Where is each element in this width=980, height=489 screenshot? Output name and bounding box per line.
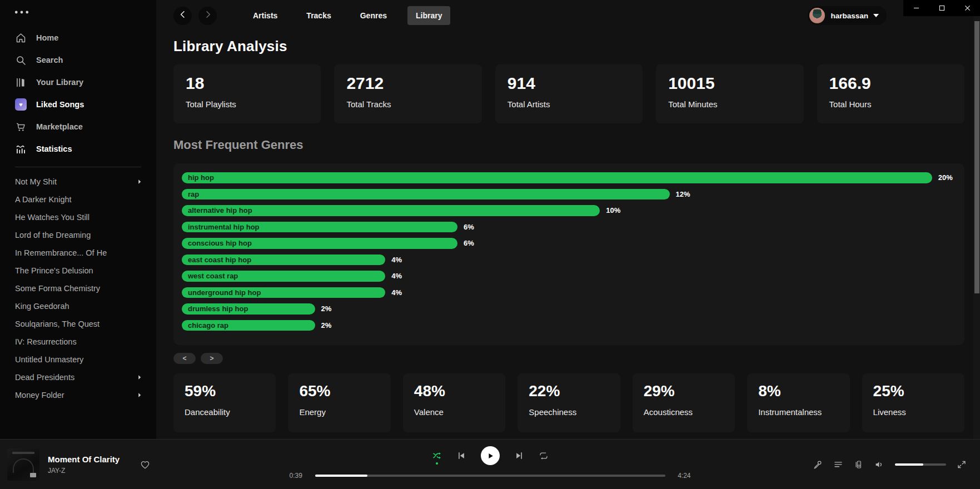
- tab[interactable]: Tracks: [298, 6, 339, 25]
- track-title[interactable]: Moment Of Clarity: [48, 455, 120, 464]
- feature-card: 29% Acousticness: [633, 373, 735, 432]
- stat-value: 2712: [346, 74, 469, 93]
- sidebar-playlist-item[interactable]: He Watches You Still: [0, 208, 156, 226]
- minimize-icon: [913, 5, 919, 11]
- window-button[interactable]: [954, 0, 980, 16]
- sidebar-playlist-item[interactable]: A Darker Knight: [0, 191, 156, 208]
- genre-bar[interactable]: drumless hip hop: [182, 303, 315, 315]
- player-control-button[interactable]: [456, 451, 466, 461]
- sidebar-nav-item[interactable]: Home: [0, 27, 156, 49]
- folder-expand-icon[interactable]: [136, 178, 143, 185]
- genre-bar[interactable]: hip hop: [182, 172, 932, 183]
- playlist-label: Money Folder: [15, 391, 136, 400]
- sidebar-playlist-item[interactable]: Some Forma Chemistry: [0, 280, 156, 297]
- sidebar-playlist-item[interactable]: Untitled Unmastery: [0, 351, 156, 368]
- chart-next-page-button[interactable]: >: [201, 353, 223, 364]
- playlist-label: Some Forma Chemistry: [15, 284, 136, 293]
- genre-label: alternative hip hop: [188, 206, 252, 214]
- player-option-button[interactable]: [813, 460, 823, 470]
- chart-pagination: < >: [173, 353, 964, 364]
- scrollbar-thumb[interactable]: [974, 21, 979, 293]
- sidebar: Home Search Your Library ♥ Liked Songs M…: [0, 0, 156, 439]
- sidebar-playlist-item[interactable]: Lord of the Dreaming: [0, 226, 156, 244]
- sidebar-playlist-item[interactable]: King Geedorah: [0, 297, 156, 315]
- stat-card: 10015 Total Minutes: [656, 64, 803, 123]
- genre-bar[interactable]: alternative hip hop: [182, 205, 600, 216]
- caret-down-icon: [873, 14, 879, 17]
- volume-slider[interactable]: [895, 463, 946, 466]
- genre-row: underground hip hop 4%: [182, 287, 956, 298]
- folder-expand-icon[interactable]: [136, 374, 143, 381]
- sidebar-nav-item[interactable]: Statistics: [0, 138, 156, 160]
- folder-expand-icon[interactable]: [136, 392, 143, 398]
- statistics-icon: [15, 143, 27, 155]
- sidebar-playlist-item[interactable]: Dead Presidents: [0, 368, 156, 386]
- stat-value: 10015: [668, 74, 791, 93]
- genre-percentage: 4%: [391, 272, 402, 280]
- genre-bar[interactable]: rap: [182, 189, 670, 200]
- tab[interactable]: Library: [407, 6, 450, 25]
- now-playing: Moment Of Clarity JAY-Z: [7, 440, 151, 489]
- search-icon: [15, 54, 27, 66]
- skip-back-icon: [456, 451, 466, 461]
- playlist-label: Soulqarians, The Quest: [15, 320, 136, 328]
- genre-bar[interactable]: conscious hip hop: [182, 238, 457, 249]
- sidebar-playlist-item[interactable]: Soulqarians, The Quest: [0, 315, 156, 333]
- seek-bar[interactable]: [315, 475, 665, 477]
- topbar: Artists Tracks Genres Library harbassan: [173, 0, 964, 31]
- sidebar-nav-item[interactable]: Search: [0, 49, 156, 71]
- genre-percentage: 12%: [676, 190, 690, 198]
- genre-bar[interactable]: west coast rap: [182, 271, 385, 282]
- elapsed-time: 0:39: [290, 472, 309, 480]
- scrollbar-track[interactable]: [973, 16, 980, 439]
- sidebar-nav-item[interactable]: Your Library: [0, 71, 156, 93]
- profile-menu[interactable]: harbassan: [808, 6, 887, 25]
- window-button[interactable]: [903, 0, 929, 16]
- device-icon: [854, 460, 864, 470]
- genre-percentage: 2%: [321, 321, 332, 330]
- genre-bar[interactable]: chicago rap: [182, 320, 315, 331]
- stat-card: 2712 Total Tracks: [334, 64, 481, 123]
- sidebar-nav-item[interactable]: ♥ Liked Songs: [0, 93, 156, 116]
- progress-row: 0:39 4:24: [290, 472, 691, 480]
- genre-bar[interactable]: underground hip hop: [182, 287, 385, 298]
- volume-slider-fill: [895, 463, 923, 466]
- player-control-button[interactable]: [514, 451, 524, 461]
- genre-bar[interactable]: east coast hip hop: [182, 255, 385, 266]
- genre-label: underground hip hop: [188, 288, 261, 297]
- liked-songs-heart: ♥: [15, 98, 27, 111]
- volume-icon: [874, 460, 884, 470]
- sidebar-playlist-item[interactable]: Money Folder: [0, 386, 156, 404]
- player-option-button[interactable]: [833, 460, 843, 470]
- player-control-button[interactable]: [481, 446, 500, 465]
- sidebar-playlist-item[interactable]: The Prince's Delusion: [0, 262, 156, 280]
- track-artist[interactable]: JAY-Z: [48, 467, 120, 475]
- album-art[interactable]: [7, 448, 39, 481]
- genre-bar[interactable]: instrumental hip hop: [182, 222, 457, 233]
- sidebar-playlist-item[interactable]: Not My Shit: [0, 173, 156, 191]
- tab[interactable]: Artists: [245, 6, 286, 25]
- sidebar-playlist-item[interactable]: In Remembrance... Of He: [0, 244, 156, 262]
- forward-button[interactable]: [198, 7, 217, 25]
- back-button[interactable]: [173, 7, 192, 25]
- playlist-label: King Geedorah: [15, 302, 136, 311]
- stat-label: Total Tracks: [346, 99, 469, 109]
- sidebar-nav-label: Liked Songs: [36, 100, 84, 109]
- chart-prev-page-button[interactable]: <: [173, 353, 196, 364]
- marketplace-icon: [15, 121, 27, 133]
- stat-card: 166.9 Total Hours: [817, 64, 964, 123]
- sidebar-nav-item[interactable]: Marketplace: [0, 116, 156, 138]
- player-option-button[interactable]: [874, 460, 884, 470]
- window-button[interactable]: [929, 0, 954, 16]
- player-control-button[interactable]: [432, 451, 442, 461]
- player-control-button[interactable]: [539, 451, 549, 461]
- like-track-button[interactable]: [140, 459, 151, 470]
- tab[interactable]: Genres: [352, 6, 395, 25]
- genre-row: chicago rap 2%: [182, 320, 956, 331]
- player-option-button[interactable]: [854, 460, 864, 470]
- fullscreen-button[interactable]: [957, 460, 967, 470]
- genre-label: drumless hip hop: [188, 305, 248, 313]
- sidebar-playlist-item[interactable]: IV: Resurrections: [0, 333, 156, 351]
- app-menu-icon[interactable]: [14, 10, 29, 14]
- liked-songs-icon: ♥: [15, 99, 27, 111]
